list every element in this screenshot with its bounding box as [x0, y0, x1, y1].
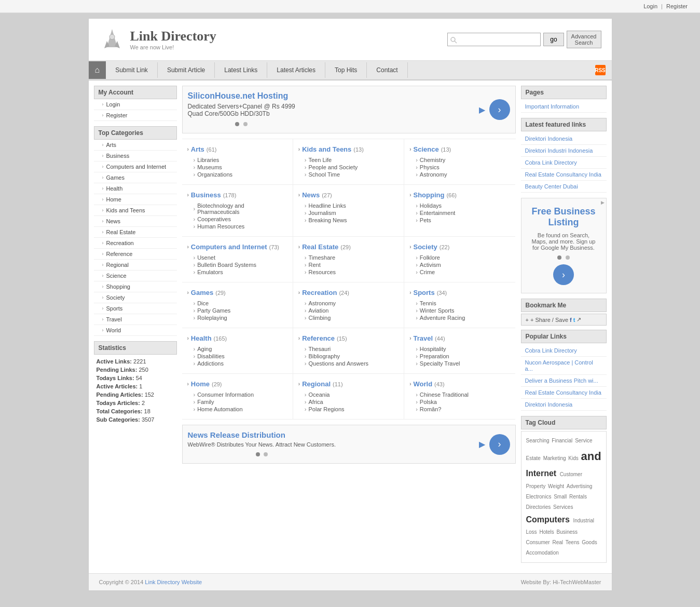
cat-sub-link[interactable]: Home Automation — [197, 406, 242, 412]
cat-sub-17-2[interactable]: Român? — [409, 406, 510, 413]
cat-sub-link[interactable]: Africa — [309, 399, 323, 405]
cat-sub-1-0[interactable]: Teen Life — [298, 156, 399, 164]
cat-sub-link[interactable]: Holidays — [420, 203, 442, 209]
cat-sub-link[interactable]: Român? — [420, 406, 442, 412]
nav-submit-link[interactable]: Submit Link — [106, 62, 158, 78]
nav-latest-articles[interactable]: Latest Articles — [267, 62, 325, 78]
tag-4[interactable]: Marketing — [543, 455, 568, 461]
sidebar-register[interactable]: › Register — [94, 110, 177, 121]
cat-sub-6-2[interactable]: Emulators — [187, 268, 287, 276]
cat-sub-link[interactable]: Disabilities — [197, 353, 225, 359]
pages-item-0[interactable]: Important Information — [521, 101, 607, 113]
cat-sub-link[interactable]: Chinese Traditional — [420, 392, 469, 398]
nav-latest-links[interactable]: Latest Links — [215, 62, 267, 78]
cat-sub-link[interactable]: Activism — [420, 262, 441, 268]
cat-sub-7-0[interactable]: Timeshare — [298, 254, 399, 261]
featured-item-0[interactable]: Direktori Indonesia — [521, 133, 607, 145]
cat-title-4[interactable]: › News (27) — [298, 191, 399, 199]
cat-name-link[interactable]: Sports — [414, 289, 435, 296]
cat-name-link[interactable]: Kids and Teens — [302, 145, 351, 153]
sidebar-item-health[interactable]: ›Health — [94, 183, 177, 194]
tag-0[interactable]: Searching — [526, 438, 551, 443]
tag-11[interactable]: Advertising — [567, 483, 592, 489]
cat-sub-link[interactable]: Astronomy — [309, 300, 336, 306]
cat-title-0[interactable]: › Arts (61) — [187, 145, 287, 153]
cat-sub-10-2[interactable]: Climbing — [298, 314, 399, 321]
tag-10[interactable]: Weight — [548, 483, 566, 489]
search-input[interactable] — [447, 33, 541, 46]
cat-title-16[interactable]: › Regional (11) — [298, 380, 399, 388]
tag-6[interactable]: and — [581, 450, 601, 463]
cat-sub-15-2[interactable]: Home Automation — [187, 406, 287, 413]
cat-sub-link[interactable]: Organizations — [197, 171, 232, 178]
tag-26[interactable]: Accomodation — [526, 550, 559, 556]
cat-sub-12-2[interactable]: Addictions — [187, 360, 287, 367]
tag-15[interactable]: Directories — [526, 504, 553, 510]
cat-sub-link[interactable]: Bulletin Board Systems — [197, 262, 256, 268]
cat-sub-link[interactable]: Consumer Information — [197, 392, 254, 398]
cat-sub-link[interactable]: Roleplaying — [197, 315, 227, 321]
cat-sub-10-1[interactable]: Aviation — [298, 307, 399, 314]
cat-sub-2-1[interactable]: Physics — [409, 164, 510, 171]
cat-sub-2-0[interactable]: Chemistry — [409, 156, 510, 164]
nav-home-button[interactable]: ⌂ — [89, 61, 106, 79]
tag-22[interactable]: Consumer — [526, 539, 552, 545]
cat-title-12[interactable]: › Health (165) — [187, 334, 287, 342]
cat-title-17[interactable]: › World (43) — [409, 380, 510, 388]
register-link[interactable]: Register — [666, 3, 688, 9]
cat-sub-link[interactable]: Adventure Racing — [420, 315, 465, 321]
cat-sub-3-1[interactable]: Cooperatives — [187, 215, 287, 223]
cat-sub-13-0[interactable]: Thesauri — [298, 345, 399, 353]
cat-sub-0-0[interactable]: Libraries — [187, 156, 287, 164]
cat-sub-8-2[interactable]: Crime — [409, 268, 510, 276]
cat-sub-6-1[interactable]: Bulletin Board Systems — [187, 261, 287, 268]
popular-item-4[interactable]: Direktori Indonesia — [521, 399, 607, 411]
cat-sub-link[interactable]: Bibliography — [309, 353, 340, 359]
sidebar-item-society[interactable]: ›Society — [94, 292, 177, 303]
google-dot-1[interactable] — [557, 255, 561, 260]
advanced-search-button[interactable]: Advanced Search — [567, 31, 601, 48]
cat-sub-0-1[interactable]: Museums — [187, 164, 287, 171]
cat-sub-0-2[interactable]: Organizations — [187, 171, 287, 178]
cat-title-2[interactable]: › Science (13) — [409, 145, 510, 153]
cat-name-link[interactable]: Arts — [191, 145, 204, 153]
cat-sub-17-1[interactable]: Polska — [409, 398, 510, 406]
cat-sub-link[interactable]: Preparation — [420, 353, 449, 359]
nav-top-hits[interactable]: Top Hits — [325, 62, 367, 78]
sidebar-item-world[interactable]: ›World — [94, 325, 177, 336]
sidebar-item-shopping[interactable]: ›Shopping — [94, 281, 177, 292]
google-ad-button[interactable]: › — [553, 264, 574, 285]
cat-title-6[interactable]: › Computers and Internet (73) — [187, 243, 287, 251]
cat-sub-link[interactable]: Climbing — [309, 315, 331, 321]
ad2-dot-2[interactable] — [264, 452, 268, 456]
cat-sub-link[interactable]: Addictions — [197, 360, 224, 367]
nav-submit-article[interactable]: Submit Article — [158, 62, 215, 78]
sidebar-item-science[interactable]: ›Science — [94, 271, 177, 281]
sidebar-item-kids[interactable]: ›Kids and Teens — [94, 205, 177, 216]
footer-link[interactable]: Link Directory Website — [145, 579, 202, 585]
sidebar-item-games[interactable]: ›Games — [94, 172, 177, 183]
nav-rss[interactable]: RSS — [589, 61, 612, 79]
sidebar-item-travel[interactable]: ›Travel — [94, 314, 177, 325]
cat-title-5[interactable]: › Shopping (66) — [409, 191, 510, 199]
cat-title-7[interactable]: › Real Estate (29) — [298, 243, 399, 251]
popular-item-2[interactable]: Deliver a Business Pitch wi... — [521, 375, 607, 387]
cat-sub-link[interactable]: Polska — [420, 399, 437, 405]
cat-sub-14-0[interactable]: Hospitality — [409, 345, 510, 353]
cat-name-link[interactable]: News — [302, 191, 320, 199]
ad2-dot-1[interactable] — [256, 452, 260, 456]
featured-item-1[interactable]: Direktori Industri Indonesia — [521, 145, 607, 157]
cat-name-link[interactable]: Society — [414, 243, 437, 251]
cat-title-15[interactable]: › Home (29) — [187, 380, 287, 388]
cat-sub-11-1[interactable]: Winter Sports — [409, 307, 510, 314]
featured-item-3[interactable]: Real Estate Consultancy India — [521, 169, 607, 181]
cat-name-link[interactable]: Business — [191, 191, 221, 199]
search-go-button[interactable]: go — [543, 33, 564, 46]
popular-item-0[interactable]: Cobra Link Directory — [521, 345, 607, 357]
popular-item-1[interactable]: Nucon Aerospace | Control a... — [521, 357, 607, 375]
cat-title-8[interactable]: › Society (22) — [409, 243, 510, 251]
cat-sub-5-1[interactable]: Entertainment — [409, 209, 510, 217]
cat-sub-link[interactable]: Resources — [309, 269, 336, 275]
cat-title-3[interactable]: › Business (178) — [187, 191, 287, 199]
cat-sub-link[interactable]: Museums — [197, 164, 222, 170]
